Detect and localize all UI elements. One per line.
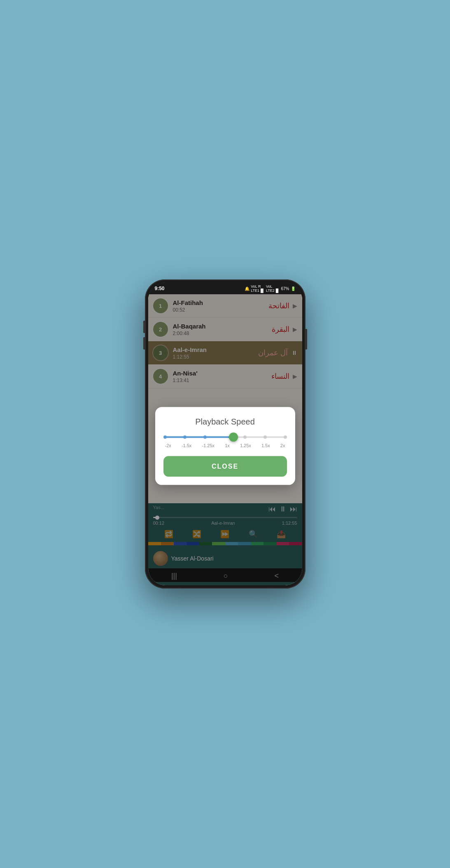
- speed-dot-minus2x[interactable]: [163, 436, 167, 439]
- signal2-icon: VoLLTE2▐▌: [266, 284, 280, 293]
- speed-dot-minus1-25x[interactable]: [203, 436, 207, 439]
- volume-down-button[interactable]: [143, 337, 145, 350]
- speed-label-1x: 1x: [225, 443, 230, 448]
- battery-icon: 🔋: [291, 286, 296, 291]
- speed-slider-track[interactable]: [165, 436, 285, 438]
- speed-dot-2x[interactable]: [284, 436, 287, 439]
- speed-label-1-5x: 1.5x: [261, 443, 270, 448]
- status-time: 9:50: [155, 286, 165, 291]
- close-button[interactable]: CLOSE: [163, 456, 287, 477]
- screen-content: 1 Al-Fatihah 00:52 الفاتحة ▶ 2 Al-Baqara…: [148, 294, 302, 585]
- speed-labels: -2x -1.5x -1.25x 1x 1.25x 1.5x 2x: [165, 443, 285, 448]
- signal-icon: VoL RLTE1▐▌: [251, 284, 265, 293]
- phone-frame: 9:50 🔔 VoL RLTE1▐▌ VoLLTE2▐▌ 67% 🔋 1 Al-…: [145, 279, 305, 589]
- status-bar: 9:50 🔔 VoL RLTE1▐▌ VoLLTE2▐▌ 67% 🔋: [148, 283, 302, 294]
- volume-up-button[interactable]: [143, 321, 145, 333]
- status-icons: 🔔 VoL RLTE1▐▌ VoLLTE2▐▌ 67% 🔋: [245, 284, 295, 293]
- speed-label-2x: 2x: [280, 443, 285, 448]
- phone-screen: 9:50 🔔 VoL RLTE1▐▌ VoLLTE2▐▌ 67% 🔋 1 Al-…: [148, 283, 302, 585]
- speed-label-minus1-25x: -1.25x: [202, 443, 215, 448]
- battery-text: 67%: [281, 286, 289, 291]
- playback-speed-dialog: Playback Speed -2x: [155, 407, 295, 485]
- speed-label-minus1-5x: -1.5x: [182, 443, 191, 448]
- speed-label-minus2x: -2x: [165, 443, 171, 448]
- speed-slider-thumb[interactable]: [229, 433, 238, 442]
- speed-dot-1-25x[interactable]: [243, 436, 247, 439]
- slider-track-fill: [165, 436, 233, 438]
- speed-slider-container[interactable]: -2x -1.5x -1.25x 1x 1.25x 1.5x 2x: [163, 436, 287, 448]
- speed-label-1-25x: 1.25x: [240, 443, 251, 448]
- dialog-title: Playback Speed: [163, 417, 287, 427]
- speed-dot-1-5x[interactable]: [263, 436, 267, 439]
- alarm-icon: 🔔: [245, 286, 249, 291]
- speed-dot-minus1-5x[interactable]: [183, 436, 187, 439]
- power-button[interactable]: [305, 329, 307, 350]
